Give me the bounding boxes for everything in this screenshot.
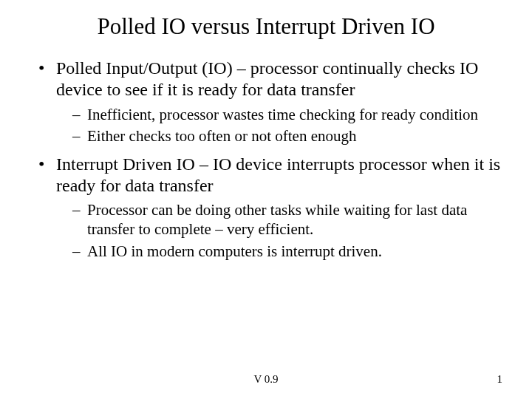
- sub-bullet-list: Processor can be doing other tasks while…: [72, 201, 502, 261]
- sub-bullet-list: Inefficient, processor wastes time check…: [72, 106, 502, 146]
- bullet-item: Interrupt Driven IO – IO device interrup…: [35, 154, 502, 261]
- sub-bullet-item: Inefficient, processor wastes time check…: [72, 106, 502, 125]
- bullet-list: Polled Input/Output (IO) – processor con…: [35, 58, 502, 261]
- bullet-item: Polled Input/Output (IO) – processor con…: [35, 58, 502, 146]
- slide-title: Polled IO versus Interrupt Driven IO: [30, 13, 502, 40]
- slide: Polled IO versus Interrupt Driven IO Pol…: [0, 0, 532, 399]
- bullet-text: Polled Input/Output (IO) – processor con…: [56, 58, 478, 99]
- bullet-text: Interrupt Driven IO – IO device interrup…: [56, 154, 500, 195]
- footer-page-number: 1: [497, 373, 503, 386]
- sub-bullet-item: Processor can be doing other tasks while…: [72, 201, 502, 239]
- sub-bullet-item: Either checks too often or not often eno…: [72, 127, 502, 146]
- sub-bullet-item: All IO in modern computers is interrupt …: [72, 242, 502, 262]
- footer-version: V 0.9: [0, 373, 532, 386]
